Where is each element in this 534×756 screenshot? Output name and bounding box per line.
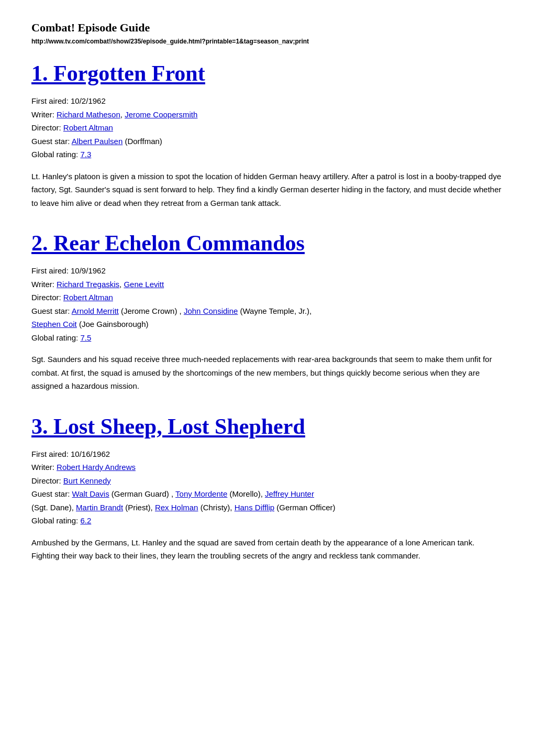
guest-link-tony-mordente[interactable]: Tony Mordente: [175, 489, 227, 498]
rating-link-3[interactable]: 6.2: [80, 516, 91, 525]
guest-link-jeffrey-hunter[interactable]: Jeffrey Hunter: [265, 489, 314, 498]
episode-title-1[interactable]: 1. Forgotten Front: [31, 61, 503, 86]
episode-writers-1: Writer: Richard Matheson, Jerome Coopers…: [31, 108, 503, 122]
writer-link-jerome-coopersmith[interactable]: Jerome Coopersmith: [125, 110, 197, 119]
episode-meta-1: First aired: 10/2/1962 Writer: Richard M…: [31, 94, 503, 161]
guest-role-sgt-dane: (Sgt. Dane),: [31, 503, 76, 512]
guest-link-john-considine[interactable]: John Considine: [184, 306, 238, 315]
guest-link-albert-paulsen[interactable]: Albert Paulsen: [72, 137, 123, 146]
episode-meta-2: First aired: 10/9/1962 Writer: Richard T…: [31, 264, 503, 344]
episode-director-3: Director: Burt Kennedy: [31, 474, 503, 488]
episode-air-date-1: First aired: 10/2/1962: [31, 94, 503, 108]
director-link-2[interactable]: Robert Altman: [63, 293, 113, 302]
episode-title-3[interactable]: 3. Lost Sheep, Lost Shepherd: [31, 414, 503, 439]
episode-title-link-3[interactable]: 3. Lost Sheep, Lost Shepherd: [31, 414, 305, 439]
episode-section-3: 3. Lost Sheep, Lost Shepherd First aired…: [31, 414, 503, 563]
episode-title-2[interactable]: 2. Rear Echelon Commandos: [31, 231, 503, 256]
page-title: Combat! Episode Guide: [31, 21, 503, 35]
episode-description-1: Lt. Hanley's platoon is given a mission …: [31, 170, 503, 210]
episode-title-link-2[interactable]: 2. Rear Echelon Commandos: [31, 231, 305, 255]
guest-link-walt-davis[interactable]: Walt Davis: [72, 489, 109, 498]
writer-link-gene-levitt[interactable]: Gene Levitt: [124, 280, 164, 289]
episode-guests-2: Guest star: Arnold Merritt (Jerome Crown…: [31, 304, 503, 331]
episode-director-1: Director: Robert Altman: [31, 121, 503, 135]
rating-link-1[interactable]: 7.3: [80, 150, 91, 159]
writer-link-robert-hardy-andrews[interactable]: Robert Hardy Andrews: [57, 463, 136, 472]
episode-air-date-3: First aired: 10/16/1962: [31, 447, 503, 461]
director-link-1[interactable]: Robert Altman: [63, 123, 113, 132]
episode-guests-3: Guest star: Walt Davis (German Guard) , …: [31, 487, 503, 514]
episode-guests-1: Guest star: Albert Paulsen (Dorffman): [31, 135, 503, 148]
guest-link-martin-brandt[interactable]: Martin Brandt: [76, 503, 123, 512]
writer-link-richard-matheson[interactable]: Richard Matheson: [57, 110, 120, 119]
episode-rating-1: Global rating: 7.3: [31, 148, 503, 161]
episode-meta-3: First aired: 10/16/1962 Writer: Robert H…: [31, 447, 503, 528]
episode-description-3: Ambushed by the Germans, Lt. Hanley and …: [31, 536, 503, 563]
episode-description-2: Sgt. Saunders and his squad receive thre…: [31, 353, 503, 393]
director-link-3[interactable]: Burt Kennedy: [63, 476, 111, 485]
guest-link-stephen-coit[interactable]: Stephen Coit: [31, 320, 77, 328]
guest-link-hans-difflip[interactable]: Hans Difflip: [235, 503, 274, 512]
episode-rating-2: Global rating: 7.5: [31, 331, 503, 345]
episode-section-2: 2. Rear Echelon Commandos First aired: 1…: [31, 231, 503, 393]
writer-link-richard-tregaskis[interactable]: Richard Tregaskis: [57, 280, 119, 289]
guest-link-arnold-merritt[interactable]: Arnold Merritt: [72, 306, 119, 315]
episode-writers-3: Writer: Robert Hardy Andrews: [31, 461, 503, 474]
guest-link-rex-holman[interactable]: Rex Holman: [155, 503, 198, 512]
episode-writers-2: Writer: Richard Tregaskis, Gene Levitt: [31, 278, 503, 291]
rating-link-2[interactable]: 7.5: [80, 333, 91, 342]
episode-director-2: Director: Robert Altman: [31, 291, 503, 304]
episode-air-date-2: First aired: 10/9/1962: [31, 264, 503, 278]
episode-title-link-1[interactable]: 1. Forgotten Front: [31, 61, 205, 85]
page-url: http://www.tv.com/combat!/show/235/episo…: [31, 38, 503, 45]
episode-rating-3: Global rating: 6.2: [31, 514, 503, 528]
episode-section-1: 1. Forgotten Front First aired: 10/2/196…: [31, 61, 503, 210]
